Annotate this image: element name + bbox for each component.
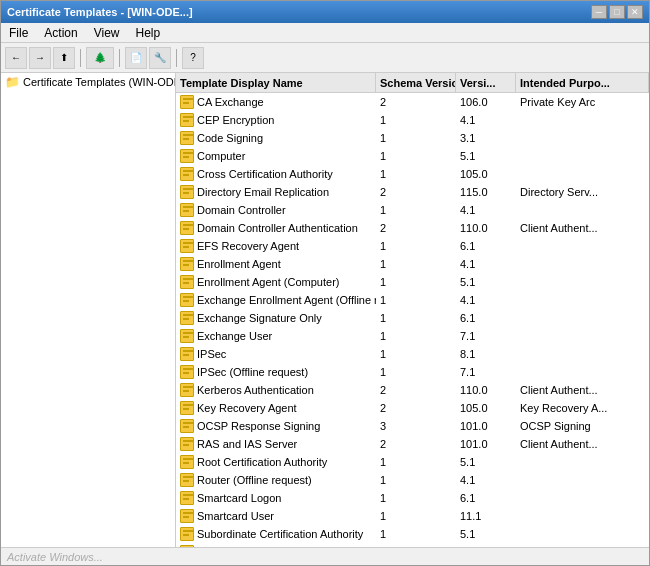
table-row[interactable]: Domain Controller Authentication2110.0Cl… (176, 219, 649, 237)
row-version: 6.1 (456, 311, 516, 325)
row-name: OCSP Response Signing (197, 420, 320, 432)
table-row[interactable]: Exchange Signature Only16.1 (176, 309, 649, 327)
folder-icon: 📁 (5, 75, 20, 89)
table-row[interactable]: Root Certification Authority15.1 (176, 453, 649, 471)
row-name: Cross Certification Authority (197, 168, 333, 180)
col-header-name[interactable]: Template Display Name (176, 73, 376, 92)
table-row[interactable]: Kerberos Authentication2110.0Client Auth… (176, 381, 649, 399)
table-row[interactable]: Router (Offline request)14.1 (176, 471, 649, 489)
row-schema: 1 (376, 131, 456, 145)
row-intended: Client Authent... (516, 437, 649, 451)
minimize-button[interactable]: ─ (591, 5, 607, 19)
row-version: 3.1 (456, 131, 516, 145)
row-schema: 1 (376, 113, 456, 127)
row-schema: 2 (376, 185, 456, 199)
list-panel: Template Display Name Schema Version Ver… (176, 73, 649, 547)
row-intended (516, 263, 649, 265)
row-schema: 1 (376, 509, 456, 523)
row-intended: Client Authent... (516, 383, 649, 397)
table-row[interactable]: Smartcard User111.1 (176, 507, 649, 525)
table-row[interactable]: Computer15.1 (176, 147, 649, 165)
menu-help[interactable]: Help (128, 25, 169, 40)
toolbar-separator-2 (119, 49, 120, 67)
table-row[interactable]: Enrollment Agent14.1 (176, 255, 649, 273)
toolbar-btn-2[interactable]: 🔧 (149, 47, 171, 69)
cert-icon (180, 455, 194, 469)
row-schema: 1 (376, 239, 456, 253)
table-row[interactable]: IPSec18.1 (176, 345, 649, 363)
row-version: 5.1 (456, 455, 516, 469)
row-name: Smartcard User (197, 510, 274, 522)
row-intended: Private Key Arc (516, 95, 649, 109)
cert-icon (180, 257, 194, 271)
table-row[interactable]: Enrollment Agent (Computer)15.1 (176, 273, 649, 291)
tree-panel: 📁 Certificate Templates (WIN-ODE... (1, 73, 176, 547)
row-schema: 2 (376, 383, 456, 397)
show-hide-tree-button[interactable]: 🌲 (86, 47, 114, 69)
row-name: Enrollment Agent (Computer) (197, 276, 339, 288)
table-row[interactable]: CEP Encryption14.1 (176, 111, 649, 129)
row-name: Subordinate Certification Authority (197, 528, 363, 540)
menu-view[interactable]: View (86, 25, 128, 40)
toolbar: ← → ⬆ 🌲 📄 🔧 ? (1, 43, 649, 73)
cert-icon (180, 419, 194, 433)
row-name: Directory Email Replication (197, 186, 329, 198)
toolbar-btn-1[interactable]: 📄 (125, 47, 147, 69)
table-body[interactable]: CA Exchange2106.0Private Key ArcCEP Encr… (176, 93, 649, 547)
table-row[interactable]: EFS Recovery Agent16.1 (176, 237, 649, 255)
table-row[interactable]: Cross Certification Authority1105.0 (176, 165, 649, 183)
maximize-button[interactable]: □ (609, 5, 625, 19)
tree-item-cert-templates[interactable]: 📁 Certificate Templates (WIN-ODE... (1, 73, 175, 91)
row-intended (516, 335, 649, 337)
main-window: Certificate Templates - [WIN-ODE...] ─ □… (0, 0, 650, 566)
col-header-version[interactable]: Versi... (456, 73, 516, 92)
row-name: Exchange Signature Only (197, 312, 322, 324)
cert-icon (180, 311, 194, 325)
help-button[interactable]: ? (182, 47, 204, 69)
row-name: Smartcard Logon (197, 492, 281, 504)
row-name: Enrollment Agent (197, 258, 281, 270)
row-version: 5.1 (456, 275, 516, 289)
table-row[interactable]: Key Recovery Agent2105.0Key Recovery A..… (176, 399, 649, 417)
cert-icon (180, 95, 194, 109)
table-row[interactable]: RAS and IAS Server2101.0Client Authent..… (176, 435, 649, 453)
table-row[interactable]: IPSec (Offline request)17.1 (176, 363, 649, 381)
menu-file[interactable]: File (1, 25, 36, 40)
col-header-schema[interactable]: Schema Version (376, 73, 456, 92)
forward-button[interactable]: → (29, 47, 51, 69)
table-row[interactable]: Directory Email Replication2115.0Directo… (176, 183, 649, 201)
row-name: CEP Encryption (197, 114, 274, 126)
row-version: 105.0 (456, 401, 516, 415)
table-row[interactable]: Smartcard Logon16.1 (176, 489, 649, 507)
table-row[interactable]: Subordinate Certification Authority15.1 (176, 525, 649, 543)
row-schema: 1 (376, 365, 456, 379)
row-version: 115.0 (456, 185, 516, 199)
row-name: Router (Offline request) (197, 474, 312, 486)
table-row[interactable]: Exchange User17.1 (176, 327, 649, 345)
cert-icon (180, 491, 194, 505)
row-intended: OCSP Signing (516, 419, 649, 433)
cert-icon (180, 149, 194, 163)
row-intended (516, 479, 649, 481)
up-button[interactable]: ⬆ (53, 47, 75, 69)
row-version: 6.1 (456, 239, 516, 253)
row-intended (516, 371, 649, 373)
table-row[interactable]: CA Exchange2106.0Private Key Arc (176, 93, 649, 111)
table-row[interactable]: Domain Controller14.1 (176, 201, 649, 219)
cert-icon (180, 239, 194, 253)
table-row[interactable]: OCSP Response Signing3101.0OCSP Signing (176, 417, 649, 435)
row-intended (516, 497, 649, 499)
row-schema: 1 (376, 527, 456, 541)
back-button[interactable]: ← (5, 47, 27, 69)
menu-action[interactable]: Action (36, 25, 85, 40)
table-row[interactable]: Code Signing13.1 (176, 129, 649, 147)
row-intended (516, 299, 649, 301)
row-schema: 2 (376, 221, 456, 235)
row-version: 4.1 (456, 257, 516, 271)
row-intended (516, 281, 649, 283)
row-schema: 1 (376, 149, 456, 163)
table-row[interactable]: Exchange Enrollment Agent (Offline requ.… (176, 291, 649, 309)
close-button[interactable]: ✕ (627, 5, 643, 19)
col-header-intended[interactable]: Intended Purpo... (516, 73, 649, 92)
row-schema: 1 (376, 167, 456, 181)
